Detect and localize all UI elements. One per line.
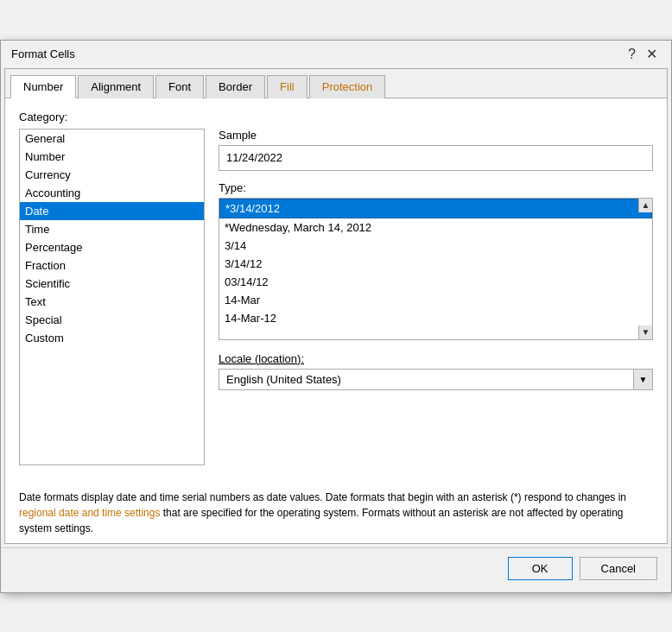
format-cells-dialog: Format Cells ? ✕ Number Alignment Font B…	[0, 40, 672, 593]
locale-select[interactable]: English (United States)English (United K…	[219, 369, 653, 390]
tab-border[interactable]: Border	[206, 75, 265, 98]
dialog-content: Number Alignment Font Border Fill Protec…	[4, 68, 668, 544]
locale-label: Locale (location):	[219, 352, 653, 365]
category-list-item[interactable]: Text	[20, 293, 204, 311]
description-area: Date formats display date and time seria…	[5, 477, 667, 543]
category-list[interactable]: GeneralNumberCurrencyAccountingDateTimeP…	[20, 130, 204, 465]
tab-number[interactable]: Number	[10, 75, 76, 98]
category-list-item[interactable]: Fraction	[20, 256, 204, 275]
locale-wrapper: English (United States)English (United K…	[219, 369, 653, 390]
title-bar-controls: ? ✕	[624, 47, 661, 61]
tab-fill[interactable]: Fill	[267, 75, 307, 98]
type-list-item[interactable]: 14-Mar	[219, 291, 652, 309]
category-list-item[interactable]: Accounting	[20, 184, 204, 202]
sample-value: 11/24/2022	[226, 151, 282, 164]
ok-button[interactable]: OK	[508, 557, 573, 580]
left-panel: GeneralNumberCurrencyAccountingDateTimeP…	[19, 129, 205, 465]
dialog-title: Format Cells	[11, 47, 75, 60]
type-list-item[interactable]: 14-Mar-12	[219, 309, 652, 327]
type-list-item[interactable]: *Wednesday, March 14, 2012	[219, 218, 652, 237]
category-list-item[interactable]: Time	[20, 220, 204, 238]
category-list-item[interactable]: General	[20, 130, 204, 148]
type-label: Type:	[219, 181, 653, 194]
tab-font[interactable]: Font	[155, 75, 204, 98]
type-list-wrapper: *3/14/2012*Wednesday, March 14, 20123/14…	[219, 198, 653, 340]
main-area: Category: GeneralNumberCurrencyAccountin…	[5, 98, 667, 477]
type-list-item[interactable]: 3/14/12	[219, 255, 652, 273]
tab-protection[interactable]: Protection	[309, 75, 386, 98]
category-list-item[interactable]: Custom	[20, 329, 204, 347]
right-panel: Sample 11/24/2022 Type: *3/14/2012*Wedne…	[219, 129, 653, 465]
tab-alignment[interactable]: Alignment	[78, 75, 154, 98]
category-list-item[interactable]: Currency	[20, 166, 204, 184]
category-list-item[interactable]: Scientific	[20, 275, 204, 293]
sample-box: 11/24/2022	[219, 145, 653, 171]
category-list-item[interactable]: Percentage	[20, 238, 204, 256]
description-highlight: regional date and time settings	[19, 507, 160, 519]
footer: OK Cancel	[1, 547, 671, 592]
category-list-item[interactable]: Number	[20, 148, 204, 166]
content-row: GeneralNumberCurrencyAccountingDateTimeP…	[19, 129, 653, 465]
sample-label: Sample	[219, 129, 653, 142]
type-scroll-down-button[interactable]: ▼	[638, 325, 652, 339]
category-list-item[interactable]: Date	[20, 202, 204, 220]
help-button[interactable]: ?	[624, 47, 639, 61]
type-list-item[interactable]: *3/14/2012	[219, 199, 652, 218]
close-button[interactable]: ✕	[643, 47, 661, 61]
category-label: Category:	[19, 111, 653, 123]
type-scroll-up-button[interactable]: ▲	[638, 199, 652, 212]
type-list-item[interactable]: 3/14	[219, 237, 652, 255]
cancel-button[interactable]: Cancel	[580, 557, 657, 580]
type-list[interactable]: *3/14/2012*Wednesday, March 14, 20123/14…	[219, 199, 652, 339]
title-bar: Format Cells ? ✕	[1, 41, 671, 68]
category-list-wrapper: GeneralNumberCurrencyAccountingDateTimeP…	[19, 129, 205, 465]
type-list-item[interactable]: 03/14/12	[219, 273, 652, 291]
tab-bar: Number Alignment Font Border Fill Protec…	[5, 69, 667, 98]
category-list-item[interactable]: Special	[20, 311, 204, 329]
